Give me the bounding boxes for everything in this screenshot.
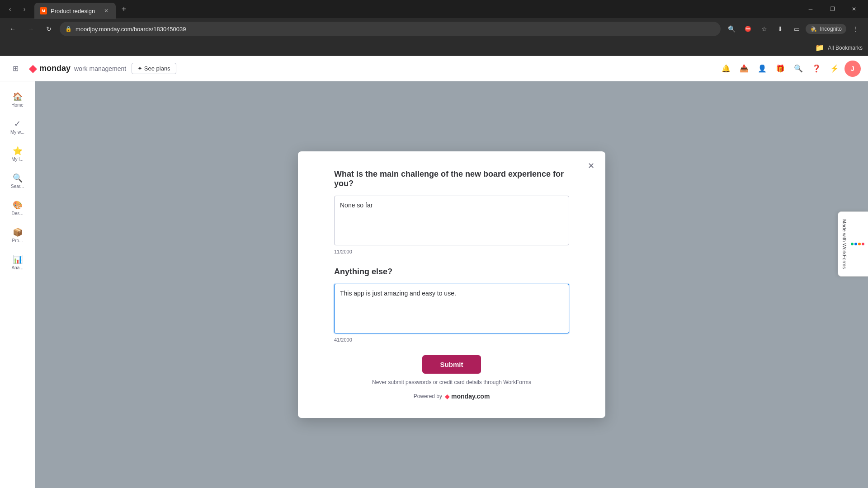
help-button[interactable]: ❓: [808, 61, 825, 77]
nav-back-button[interactable]: ←: [5, 22, 20, 36]
active-tab[interactable]: M Product redesign ✕: [34, 3, 116, 19]
sidebar-item-mywork[interactable]: ✓ My w...: [5, 114, 30, 139]
powered-by: Powered by ◆ monday.com: [334, 393, 569, 400]
avatar[interactable]: J: [844, 61, 861, 77]
nav-refresh-button[interactable]: ↻: [42, 22, 56, 36]
tab-favicon: M: [40, 7, 47, 14]
notifications-button[interactable]: 🔔: [718, 61, 734, 77]
sidebar: 🏠 Home ✓ My w... ⭐ My l... 🔍 Sear... 🎨 D…: [0, 81, 35, 488]
incognito-badge: 🕵 Incognito: [806, 24, 846, 34]
media-button[interactable]: ⛔: [741, 22, 755, 36]
new-tab-button[interactable]: +: [118, 3, 130, 15]
minimize-button[interactable]: ─: [800, 2, 821, 16]
favorites-button[interactable]: ☆: [757, 22, 771, 36]
tab-nav-controls: ‹ ›: [4, 3, 31, 15]
close-button[interactable]: ✕: [844, 2, 864, 16]
monday-topbar: ⊞ ◆ monday work management ✦ See plans 🔔…: [0, 56, 868, 81]
incognito-icon: 🕵: [810, 26, 817, 32]
question-2: Anything else?: [334, 267, 569, 277]
sidebar-toggle-button[interactable]: ▭: [789, 22, 804, 36]
grid-icon: ⊞: [13, 64, 19, 73]
privacy-notice: Never submit passwords or credit card de…: [334, 379, 569, 385]
sidebar-label-mywork: My w...: [10, 130, 24, 135]
search-top-button[interactable]: 🔍: [790, 61, 807, 77]
topbar-icons: 🔔 📥 👤 🎁 🔍 ❓ ⚡ J: [718, 61, 861, 77]
apps-grid-button[interactable]: ⊞: [7, 61, 24, 77]
tab-close-button[interactable]: ✕: [102, 7, 110, 15]
people-button[interactable]: 👤: [754, 61, 770, 77]
dot-3: [854, 243, 857, 245]
question-1: What is the main challenge of the new bo…: [334, 169, 569, 188]
bookmarks-bar: 📁 All Bookmarks: [0, 40, 868, 56]
monday-logo: ◆ monday work management: [29, 63, 126, 75]
sidebar-label-product: Pro...: [12, 238, 23, 243]
modal-overlay: ✕ What is the main challenge of the new …: [35, 81, 868, 488]
home-icon: 🏠: [13, 92, 23, 102]
bookmarks-label: All Bookmarks: [828, 45, 863, 51]
address-bar[interactable]: 🔒 moodjoy.monday.com/boards/1830450039: [60, 22, 721, 36]
form-modal: ✕ What is the main challenge of the new …: [298, 151, 605, 418]
forward-button[interactable]: ›: [18, 3, 31, 15]
sidebar-item-design[interactable]: 🎨 Des...: [5, 195, 30, 221]
sidebar-item-favorites[interactable]: ⭐ My l...: [5, 141, 30, 166]
content-area: 🏠 Home ✓ My w... ⭐ My l... 🔍 Sear... 🎨 D…: [0, 81, 868, 488]
sidebar-item-search[interactable]: 🔍 Sear...: [5, 168, 30, 193]
more-button[interactable]: ⋮: [848, 22, 863, 36]
settings-button[interactable]: ⚡: [826, 61, 843, 77]
design-icon: 🎨: [13, 200, 23, 210]
nav-forward-button[interactable]: →: [24, 22, 38, 36]
analytics-icon: 📊: [13, 254, 23, 264]
workforms-tab[interactable]: Made with WorkForms: [838, 211, 868, 277]
sidebar-item-home[interactable]: 🏠 Home: [5, 87, 30, 112]
invite-button[interactable]: 🎁: [772, 61, 788, 77]
download-button[interactable]: ⬇: [773, 22, 788, 36]
window-controls: ─ ❐ ✕: [800, 2, 864, 16]
search-button[interactable]: 🔍: [724, 22, 739, 36]
charcount-1: 11/2000: [334, 249, 569, 254]
bookmarks-folder-icon: 📁: [815, 43, 824, 52]
monday-logo-small: ◆ monday.com: [445, 393, 490, 400]
incognito-label: Incognito: [820, 26, 842, 32]
search-icon: 🔍: [13, 173, 23, 183]
modal-close-button[interactable]: ✕: [584, 159, 598, 173]
textarea-2[interactable]: This app is just amazing and easy to use…: [334, 284, 569, 333]
dot-2: [858, 243, 861, 245]
favorites-icon: ⭐: [13, 146, 23, 156]
form-section-2: Anything else? This app is just amazing …: [334, 267, 569, 343]
url-text: moodjoy.monday.com/boards/1830450039: [75, 26, 186, 33]
sidebar-label-analytics: Ana...: [11, 265, 23, 270]
nav-bar: ← → ↻ 🔒 moodjoy.monday.com/boards/183045…: [0, 18, 868, 40]
maximize-button[interactable]: ❐: [822, 2, 843, 16]
tab-title: Product redesign: [51, 8, 95, 14]
browser-chrome: ‹ › M Product redesign ✕ + ─ ❐ ✕ ← → ↻ 🔒…: [0, 0, 868, 56]
lock-icon: 🔒: [65, 26, 72, 32]
charcount-2: 41/2000: [334, 337, 569, 343]
textarea-1[interactable]: None so far: [334, 196, 569, 245]
submit-button[interactable]: Submit: [422, 355, 481, 374]
dot-4: [851, 243, 854, 245]
workforms-dots: [851, 243, 864, 245]
sidebar-label-design: Des...: [11, 211, 23, 216]
form-section-1: What is the main challenge of the new bo…: [334, 169, 569, 254]
back-button[interactable]: ‹: [4, 3, 16, 15]
sidebar-label-home: Home: [11, 103, 24, 108]
nav-actions: 🔍 ⛔ ☆ ⬇ ▭ 🕵 Incognito ⋮: [724, 22, 863, 36]
sidebar-item-analytics[interactable]: 📊 Ana...: [5, 249, 30, 275]
app-area: ⊞ ◆ monday work management ✦ See plans 🔔…: [0, 56, 868, 488]
dot-1: [862, 243, 864, 245]
see-plans-button[interactable]: ✦ See plans: [132, 63, 176, 74]
tab-bar: ‹ › M Product redesign ✕ + ─ ❐ ✕: [0, 0, 868, 18]
inbox-button[interactable]: 📥: [736, 61, 752, 77]
product-icon: 📦: [13, 227, 23, 237]
sidebar-label-favorites: My l...: [11, 157, 24, 162]
sidebar-item-product[interactable]: 📦 Pro...: [5, 222, 30, 248]
powered-by-label: Powered by: [414, 393, 442, 399]
sidebar-label-search: Sear...: [11, 184, 24, 189]
main-content: ✕ What is the main challenge of the new …: [35, 81, 868, 488]
mywork-icon: ✓: [14, 119, 21, 129]
workforms-label: Made with WorkForms: [842, 219, 847, 269]
